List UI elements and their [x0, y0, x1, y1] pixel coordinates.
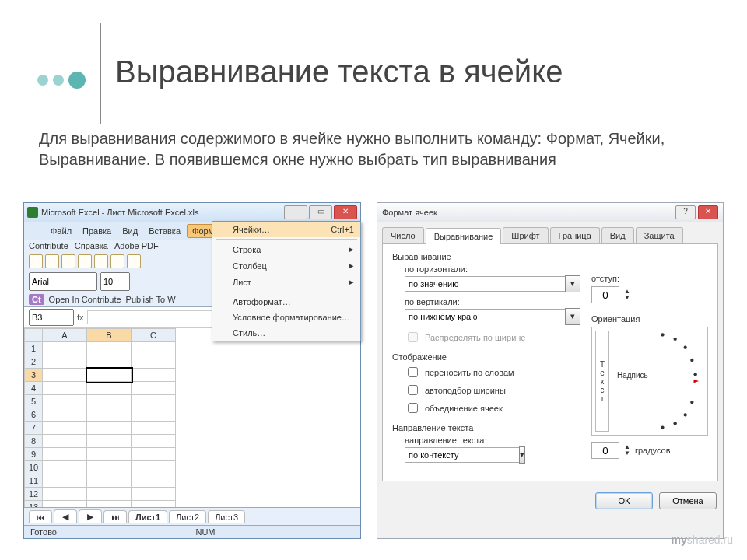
svg-point-7	[674, 422, 677, 425]
menu-item-sheet[interactable]: Лист▸	[212, 274, 360, 290]
degrees-label: градусов	[635, 446, 671, 455]
row-header[interactable]: 13	[25, 501, 43, 508]
horizontal-select[interactable]	[405, 276, 566, 292]
svg-point-5	[690, 401, 693, 404]
group-direction-label: Направление текста	[392, 423, 580, 432]
tab-number[interactable]: Число	[382, 227, 424, 243]
row-header[interactable]: 8	[25, 435, 43, 448]
menu-contribute[interactable]: Contribute	[29, 241, 68, 250]
excel-title: Microsoft Excel - Лист Microsoft Excel.x…	[41, 208, 198, 217]
orientation-dial[interactable]: Надпись	[612, 331, 704, 432]
ok-button[interactable]: ОК	[595, 492, 653, 509]
svg-point-2	[690, 359, 693, 362]
menu-view[interactable]: Вид	[117, 225, 142, 237]
menu-item-column[interactable]: Столбец▸	[212, 257, 360, 274]
row-header[interactable]: 6	[25, 408, 43, 422]
row-header[interactable]: 3	[25, 369, 43, 382]
dialog-help-button[interactable]: ?	[675, 205, 696, 219]
toolbar-spell-icon[interactable]	[110, 254, 124, 268]
name-box[interactable]	[29, 309, 74, 326]
tab-alignment[interactable]: Выравнивание	[426, 228, 502, 244]
worksheet-grid[interactable]: ABC 1 2 3 4 5 6 7 8 9 10 11 12 13	[24, 328, 360, 507]
degrees-spinner[interactable]	[591, 442, 619, 459]
publish-to-website[interactable]: Publish To W	[126, 295, 176, 304]
close-button[interactable]: ✕	[334, 205, 357, 219]
cancel-button[interactable]: Отмена	[659, 492, 717, 509]
row-header[interactable]: 5	[25, 395, 43, 408]
toolbar-print-icon[interactable]	[78, 254, 92, 268]
spinner-buttons[interactable]: ▲▼	[624, 444, 630, 457]
excel-titlebar[interactable]: Microsoft Excel - Лист Microsoft Excel.x…	[24, 203, 360, 222]
merge-checkbox[interactable]	[408, 403, 418, 413]
row-header[interactable]: 9	[25, 448, 43, 461]
menu-insert[interactable]: Вставка	[144, 225, 185, 237]
font-name-input[interactable]	[29, 272, 97, 291]
tab-view[interactable]: Вид	[601, 227, 634, 243]
minimize-button[interactable]: –	[284, 205, 307, 219]
dropdown-icon[interactable]: ▾	[565, 275, 580, 292]
row-header[interactable]: 2	[25, 355, 43, 369]
dropdown-icon[interactable]: ▾	[519, 446, 525, 464]
sheet-tab[interactable]: Лист2	[169, 510, 206, 523]
tab-border[interactable]: Граница	[550, 227, 600, 243]
dialog-close-button[interactable]: ✕	[698, 205, 718, 219]
row-header[interactable]: 12	[25, 488, 43, 501]
active-cell[interactable]	[87, 369, 132, 382]
row-header[interactable]: 1	[25, 342, 43, 355]
row-header[interactable]: 11	[25, 474, 43, 488]
spinner-buttons[interactable]: ▲▼	[624, 289, 630, 301]
wrap-checkbox[interactable]	[408, 367, 418, 377]
menu-item-autoformat[interactable]: Автоформат…	[212, 294, 360, 310]
autofit-checkbox[interactable]	[408, 385, 418, 395]
orientation-control[interactable]: Текст Надпись	[591, 327, 708, 436]
fx-label[interactable]: fx	[77, 313, 84, 322]
tab-nav-prev[interactable]: ◀	[54, 509, 77, 523]
col-header-b[interactable]: B	[87, 329, 132, 342]
direction-select[interactable]	[405, 447, 520, 463]
toolbar-preview-icon[interactable]	[94, 254, 108, 268]
excel-icon	[27, 207, 38, 218]
row-header[interactable]: 7	[25, 422, 43, 435]
sheet-tab[interactable]: Лист1	[128, 510, 167, 523]
svg-point-6	[684, 413, 687, 416]
tab-nav-last[interactable]: ⏭	[103, 510, 127, 523]
svg-point-9	[661, 333, 664, 336]
font-size-input[interactable]	[100, 272, 130, 291]
row-header[interactable]: 4	[25, 382, 43, 395]
menu-adobe-pdf[interactable]: Adobe PDF	[114, 241, 159, 250]
menu-file[interactable]: Файл	[46, 225, 76, 237]
group-alignment-label: Выравнивание	[392, 252, 580, 261]
toolbar-new-icon[interactable]	[29, 254, 43, 268]
menu-edit[interactable]: Правка	[78, 225, 116, 237]
dialog-titlebar[interactable]: Формат ячеек ? ✕	[377, 203, 723, 222]
menu-item-style[interactable]: Стиль…	[212, 325, 360, 341]
format-menu-dropdown: ✕ Ячейки…Ctrl+1 Строка▸ Столбец▸ Лист▸ А…	[212, 221, 361, 341]
menu-help[interactable]: Справка	[75, 241, 108, 250]
vertical-select[interactable]	[405, 309, 566, 324]
tab-protection[interactable]: Защита	[636, 227, 683, 243]
menu-item-conditional[interactable]: Условное форматирование…	[212, 310, 360, 325]
tab-nav-next[interactable]: ▶	[79, 509, 102, 523]
row-header[interactable]: 10	[25, 461, 43, 474]
tab-font[interactable]: Шрифт	[503, 227, 548, 243]
tab-nav-first[interactable]: ⏮	[29, 510, 52, 523]
maximize-button[interactable]: ▭	[309, 205, 332, 219]
indent-spinner[interactable]	[591, 286, 619, 303]
sheet-tab[interactable]: Лист3	[208, 510, 245, 523]
slide-title: Выравнивание текста в ячейке	[115, 54, 563, 89]
watermark: myshared.ru	[672, 534, 733, 546]
slide-decor-dots	[37, 72, 90, 89]
vertical-text-button[interactable]: Текст	[595, 331, 609, 432]
menu-item-row[interactable]: Строка▸	[212, 241, 360, 257]
open-in-contribute[interactable]: Open In Contribute	[49, 295, 121, 304]
col-header-a[interactable]: A	[43, 329, 87, 342]
toolbar-cut-icon[interactable]	[127, 254, 141, 268]
horizontal-label: по горизонтали:	[405, 264, 580, 274]
status-ready: Готово	[30, 527, 57, 537]
menu-item-cells[interactable]: Ячейки…Ctrl+1	[212, 222, 360, 237]
toolbar-open-icon[interactable]	[45, 254, 59, 268]
toolbar-save-icon[interactable]	[61, 254, 75, 268]
col-header-c[interactable]: C	[132, 329, 176, 342]
dropdown-icon[interactable]: ▾	[565, 308, 580, 325]
svg-point-3	[694, 373, 697, 376]
